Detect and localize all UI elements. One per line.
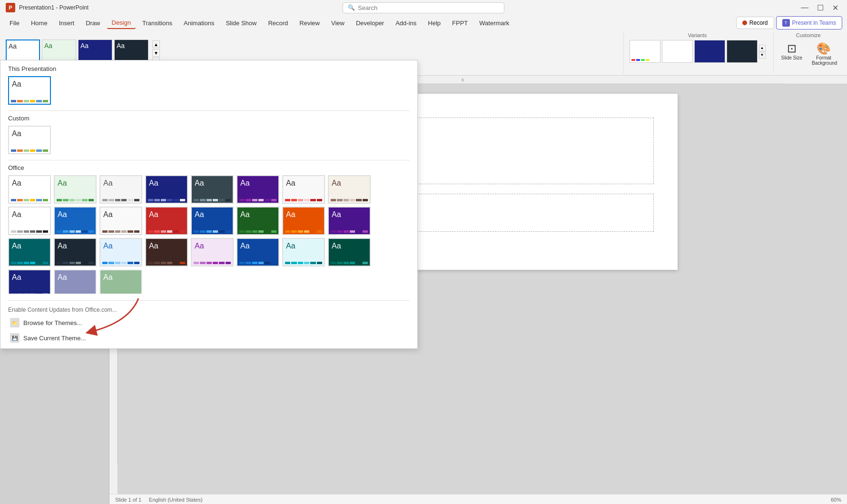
theme-office-14[interactable]: Aa <box>236 207 279 235</box>
menu-home[interactable]: Home <box>26 18 52 29</box>
variants-section-label: Variants <box>688 32 707 38</box>
menu-design[interactable]: Design <box>107 17 136 29</box>
theme-office-26[interactable]: Aa <box>54 269 97 294</box>
theme-office-25[interactable]: Aa <box>8 269 51 294</box>
theme-office-23[interactable]: Aa <box>282 238 325 267</box>
title-bar-center: 🔍 <box>343 2 504 13</box>
format-background-button[interactable]: 🎨 Format Background <box>808 40 839 68</box>
theme-office-16[interactable]: Aa <box>328 207 371 235</box>
theme-office-2[interactable]: Aa <box>54 175 97 204</box>
menu-animations[interactable]: Animations <box>179 18 219 29</box>
divider-1 <box>8 110 410 111</box>
variants-scroll-down[interactable]: ▼ <box>759 52 766 59</box>
close-button[interactable]: ✕ <box>829 3 841 12</box>
variant-2[interactable] <box>662 40 693 63</box>
slide-size-button[interactable]: ⊡ Slide Size <box>778 40 806 68</box>
variants-scroll: ▲ ▼ <box>759 45 766 59</box>
footer-divider <box>8 300 410 301</box>
menu-record[interactable]: Record <box>263 18 293 29</box>
theme-office-21[interactable]: Aa <box>191 238 234 267</box>
save-theme-label: Save Current Theme... <box>23 335 86 342</box>
menu-developer[interactable]: Developer <box>351 18 389 29</box>
record-button[interactable]: Record <box>736 17 774 29</box>
present-label: Present in Teams <box>792 20 837 26</box>
theme-office-18[interactable]: Aa <box>54 238 97 267</box>
theme-office-1[interactable]: Aa <box>8 175 51 204</box>
theme-office-11[interactable]: Aa <box>99 207 142 235</box>
theme-office-17[interactable]: Aa <box>8 238 51 267</box>
menu-draw[interactable]: Draw <box>81 18 105 29</box>
theme-panel-footer: Enable Content Updates from Office.com..… <box>0 294 417 348</box>
menu-bar: File Home Insert Draw Design Transitions… <box>0 15 847 30</box>
theme-office-20[interactable]: Aa <box>145 238 188 267</box>
menu-view[interactable]: View <box>326 18 349 29</box>
menu-fppt[interactable]: FPPT <box>447 18 473 29</box>
browse-themes-label: Browse for Themes... <box>23 319 82 326</box>
this-presentation-grid: Aa <box>8 76 410 105</box>
theme-color-bars <box>11 149 48 152</box>
theme-office-22[interactable]: Aa <box>236 238 279 267</box>
theme-office-4[interactable]: Aa <box>145 175 188 204</box>
menu-insert[interactable]: Insert <box>54 18 79 29</box>
this-presentation-label: This Presentation <box>8 65 410 72</box>
ribbon-scroll-up[interactable]: ▲ <box>152 40 160 48</box>
record-label: Record <box>749 20 768 26</box>
menu-review[interactable]: Review <box>295 18 325 29</box>
custom-label: Custom <box>8 115 410 122</box>
minimize-button[interactable]: — <box>798 3 811 12</box>
theme-aa-text: Aa <box>9 127 24 138</box>
variant-1[interactable] <box>630 40 660 63</box>
slide-size-label: Slide Size <box>781 55 802 60</box>
theme-this-presentation-1[interactable]: Aa <box>8 76 51 105</box>
customize-section: Customize ⊡ Slide Size 🎨 Format Backgrou… <box>773 32 843 73</box>
theme-office-8[interactable]: Aa <box>328 175 371 204</box>
menu-file[interactable]: File <box>5 18 24 29</box>
variant-4[interactable] <box>727 40 758 63</box>
theme-office-7[interactable]: Aa <box>282 175 325 204</box>
format-background-icon: 🎨 <box>817 42 831 55</box>
theme-aa-text: Aa <box>9 77 24 89</box>
search-input[interactable] <box>358 4 499 11</box>
theme-panel-inner: This Presentation Aa Custom Aa <box>0 60 417 294</box>
format-background-label: Format Background <box>812 55 836 66</box>
theme-office-13[interactable]: Aa <box>191 207 234 235</box>
menu-addins[interactable]: Add-ins <box>391 18 421 29</box>
customize-label: Customize <box>796 32 821 38</box>
maximize-button[interactable]: ☐ <box>814 3 827 12</box>
theme-office-19[interactable]: Aa <box>99 238 142 267</box>
menu-help[interactable]: Help <box>423 18 445 29</box>
office-label: Office <box>8 164 410 171</box>
theme-color-bars <box>11 100 48 102</box>
save-theme-button[interactable]: 💾 Save Current Theme... <box>8 330 410 346</box>
browse-themes-button[interactable]: 📁 Browse for Themes... <box>8 315 410 330</box>
theme-office-24[interactable]: Aa <box>328 238 371 267</box>
title-bar: P Presentation1 - PowerPoint 🔍 — ☐ ✕ <box>0 0 847 15</box>
browse-themes-icon: 📁 <box>10 318 20 327</box>
app-title: Presentation1 - PowerPoint <box>19 4 89 11</box>
variant-3[interactable] <box>694 40 725 63</box>
theme-office-5[interactable]: Aa <box>191 175 234 204</box>
menu-slideshow[interactable]: Slide Show <box>221 18 261 29</box>
ribbon-scroll-down[interactable]: ▼ <box>152 49 160 57</box>
theme-office-9[interactable]: Aa <box>8 207 51 235</box>
search-icon: 🔍 <box>348 4 355 11</box>
theme-office-3[interactable]: Aa <box>99 175 142 204</box>
enable-updates-link[interactable]: Enable Content Updates from Office.com..… <box>8 305 410 315</box>
menu-watermark[interactable]: Watermark <box>474 18 514 29</box>
theme-office-10[interactable]: Aa <box>54 207 97 235</box>
theme-office-27[interactable]: Aa <box>99 269 142 294</box>
search-box[interactable]: 🔍 <box>343 2 504 13</box>
theme-office-12[interactable]: Aa <box>145 207 188 235</box>
present-in-teams-button[interactable]: T Present in Teams <box>776 16 843 30</box>
theme-custom-1[interactable]: Aa <box>8 126 51 154</box>
office-grid: Aa Aa Aa Aa <box>8 175 410 294</box>
menu-transitions[interactable]: Transitions <box>138 18 177 29</box>
variants-scroll-up[interactable]: ▲ <box>759 45 766 51</box>
theme-office-6[interactable]: Aa <box>236 175 279 204</box>
slide-count: Slide 1 of 1 <box>115 497 141 503</box>
svg-text:6: 6 <box>462 78 464 82</box>
save-theme-icon: 💾 <box>10 333 20 343</box>
slide-size-icon: ⊡ <box>787 42 797 55</box>
theme-office-15[interactable]: Aa <box>282 207 325 235</box>
custom-grid: Aa <box>8 126 410 154</box>
